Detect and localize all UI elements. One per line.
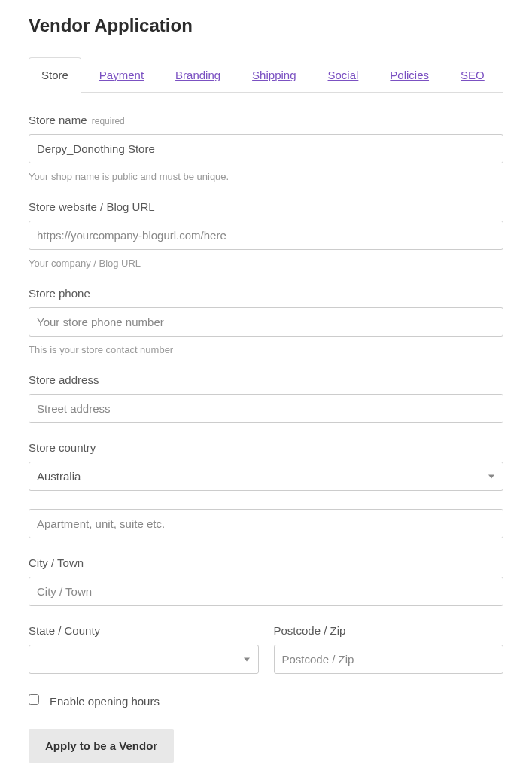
tab-payment[interactable]: Payment: [86, 57, 157, 92]
state-label: State / County: [29, 624, 259, 637]
tab-social[interactable]: Social: [315, 57, 372, 92]
required-tag: required: [92, 116, 125, 126]
postcode-field: Postcode / Zip: [274, 624, 504, 674]
store-name-help: Your shop name is public and must be uni…: [29, 171, 503, 182]
store-country-field: Store country Australia: [29, 441, 503, 491]
store-country-label: Store country: [29, 441, 503, 454]
opening-hours-label: Enable opening hours: [50, 695, 160, 708]
tab-branding[interactable]: Branding: [162, 57, 234, 92]
postcode-label: Postcode / Zip: [274, 624, 504, 637]
store-phone-field: Store phone This is your store contact n…: [29, 287, 503, 355]
store-name-input[interactable]: [29, 134, 503, 163]
state-select[interactable]: [29, 645, 259, 674]
tab-shipping[interactable]: Shipping: [239, 57, 309, 92]
store-phone-help: This is your store contact number: [29, 344, 503, 355]
city-input[interactable]: [29, 577, 503, 606]
store-website-help: Your company / Blog URL: [29, 258, 503, 269]
address2-field: [29, 509, 503, 538]
opening-hours-checkbox[interactable]: [29, 694, 39, 705]
store-phone-label: Store phone: [29, 287, 503, 300]
store-name-label: Store name required: [29, 114, 503, 126]
store-website-input[interactable]: [29, 221, 503, 250]
store-address-field: Store address: [29, 373, 503, 423]
postcode-input[interactable]: [274, 645, 504, 674]
store-website-label: Store website / Blog URL: [29, 200, 503, 213]
tab-store[interactable]: Store: [29, 57, 81, 93]
page-title: Vendor Application: [29, 15, 503, 36]
store-country-select[interactable]: Australia: [29, 462, 503, 491]
address2-input[interactable]: [29, 509, 503, 538]
store-address-label: Store address: [29, 373, 503, 386]
tabs-nav: Store Payment Branding Shipping Social P…: [29, 57, 503, 93]
store-website-field: Store website / Blog URL Your company / …: [29, 200, 503, 269]
city-field: City / Town: [29, 556, 503, 606]
apply-vendor-button[interactable]: Apply to be a Vendor: [29, 729, 174, 763]
store-name-field: Store name required Your shop name is pu…: [29, 114, 503, 182]
city-label: City / Town: [29, 556, 503, 569]
store-address-input[interactable]: [29, 394, 503, 423]
store-phone-input[interactable]: [29, 307, 503, 337]
tab-policies[interactable]: Policies: [376, 57, 442, 92]
opening-hours-field: Enable opening hours: [29, 695, 503, 708]
tab-seo[interactable]: SEO: [447, 57, 498, 92]
state-field: State / County: [29, 624, 259, 674]
